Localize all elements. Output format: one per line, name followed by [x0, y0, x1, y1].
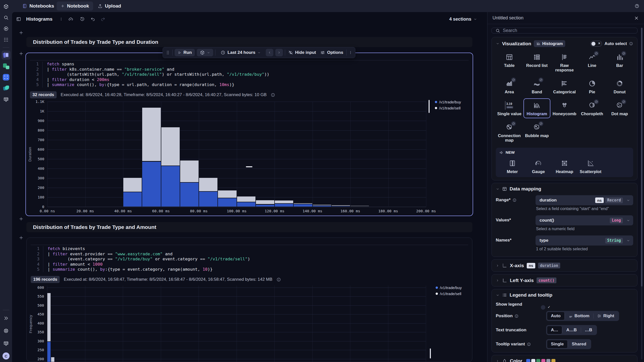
undo-icon[interactable]: [90, 17, 95, 22]
viz-tile-donut[interactable]: Donut: [606, 76, 633, 96]
notebooks-home[interactable]: Notebooks: [22, 3, 54, 9]
run-button[interactable]: Run: [175, 49, 195, 56]
timeframe-forward-button[interactable]: [275, 49, 283, 56]
info-icon[interactable]: [512, 198, 517, 202]
tab-notebook[interactable]: Notebook: [57, 2, 93, 11]
viz-tile-choropleth[interactable]: Choropleth: [579, 98, 606, 118]
drag-handle-icon[interactable]: [165, 50, 170, 55]
dql-code[interactable]: fetch bizevents| filter event.provider =…: [43, 246, 250, 272]
panel-toggle-icon[interactable]: [16, 17, 21, 22]
segment-option-single[interactable]: Single: [547, 340, 568, 348]
viz-tile-connection-map[interactable]: Connection map: [496, 120, 523, 145]
color-card[interactable]: Color: [491, 355, 637, 362]
histogram-bar-segment[interactable]: [123, 192, 142, 207]
viz-tile-scatterplot[interactable]: Scatterplot: [578, 156, 604, 176]
histogram-bar-segment[interactable]: [331, 206, 350, 207]
timeframe-back-button[interactable]: [266, 49, 273, 56]
history-icon[interactable]: [80, 17, 85, 22]
apps-grid-icon[interactable]: [2, 35, 11, 44]
histogram-bar-segment[interactable]: [256, 200, 275, 204]
toolbar-menu-icon[interactable]: [349, 51, 353, 55]
search-input[interactable]: Search: [491, 28, 637, 33]
viz-tile-line[interactable]: Line: [579, 50, 606, 74]
dql-editor[interactable]: 12345 fetch bizevents| filter event.prov…: [31, 245, 468, 272]
query-section-amount[interactable]: 12345 fetch bizevents| filter event.prov…: [26, 237, 472, 362]
x-axis-card[interactable]: X-axis ns duration: [491, 259, 637, 272]
dql-code[interactable]: fetch spans| filter k8s.container.name =…: [43, 62, 269, 88]
histogram-bar-segment[interactable]: [142, 162, 161, 207]
expand-rail-icon[interactable]: [2, 314, 11, 323]
launcher-icon[interactable]: [2, 24, 11, 33]
info-icon[interactable]: [276, 277, 281, 282]
histogram-bar-segment[interactable]: [350, 206, 369, 206]
viz-tile-area[interactable]: Area: [496, 76, 523, 96]
viz-tile-histogram[interactable]: Histogram: [523, 98, 551, 118]
histogram-bar-segment[interactable]: [388, 207, 407, 207]
segment-option-auto[interactable]: Auto: [547, 312, 565, 320]
segment-option-right[interactable]: Right: [593, 312, 618, 320]
histogram-chart-amount[interactable]: 600550500450400350300250200Frequency/v1/…: [27, 285, 472, 362]
workflows-app[interactable]: [2, 73, 11, 82]
chevron-down-icon[interactable]: [496, 187, 500, 191]
sections-dropdown[interactable]: 4 sections: [449, 17, 477, 22]
hide-input-button[interactable]: Hide input: [287, 50, 317, 55]
chevron-down-icon[interactable]: [496, 42, 500, 46]
viz-tile-heatmap[interactable]: Heatmap: [551, 156, 578, 176]
dql-editor[interactable]: 12345 fetch spans| filter k8s.container.…: [30, 60, 469, 88]
code-line[interactable]: | summarize count(), by:{type = event.ca…: [48, 267, 250, 272]
histogram-bar-segment[interactable]: [237, 202, 256, 207]
viz-tile-dot-map[interactable]: Dot map: [606, 98, 633, 118]
records-badge[interactable]: 196 records: [31, 276, 60, 283]
viz-tile-categorical[interactable]: Categorical: [551, 76, 578, 96]
hosts-app-icon[interactable]: [2, 95, 11, 104]
add-section-button[interactable]: [19, 216, 24, 221]
code-line[interactable]: | filter amount < 1000: [48, 262, 250, 267]
y-axis-card[interactable]: Left Y-axis count(): [491, 274, 637, 287]
histogram-bar-segment[interactable]: [51, 357, 55, 362]
histogram-bar-segment[interactable]: [256, 205, 275, 207]
auto-select-toggle[interactable]: ×: [590, 41, 602, 47]
histogram-bar-segment[interactable]: [293, 204, 312, 207]
viz-tile-meter[interactable]: Meter: [499, 156, 525, 176]
code-line[interactable]: | summarize count(), by:{type = url.path…: [47, 82, 269, 88]
panel-scrollbar[interactable]: [641, 28, 642, 359]
segment-option-a[interactable]: A…: [547, 326, 562, 334]
histogram-bar-segment[interactable]: [369, 206, 388, 207]
scope-selector[interactable]: [197, 49, 213, 56]
legend-item[interactable]: /v1/trade/sell: [436, 292, 462, 296]
query-section-duration[interactable]: 12345 fetch spans| filter k8s.container.…: [25, 53, 473, 216]
notebook-menu-icon[interactable]: [59, 17, 63, 21]
viz-tile-table[interactable]: Table: [496, 50, 523, 74]
viz-tile-pie[interactable]: Pie: [579, 76, 606, 96]
histogram-bar-segment[interactable]: [142, 107, 161, 162]
segment-option-ab[interactable]: A…B: [562, 326, 581, 334]
code-line[interactable]: (startsWith(url.path, "/v1/trade/sell") …: [47, 72, 269, 77]
timeframe-selector[interactable]: Last 24 hours: [217, 49, 264, 56]
histogram-bar-segment[interactable]: [180, 182, 199, 207]
notebook-title[interactable]: Histograms: [26, 16, 53, 22]
histogram-bar-segment[interactable]: [275, 200, 293, 204]
options-button[interactable]: Options: [319, 50, 344, 55]
records-badge[interactable]: 32 records: [30, 91, 57, 98]
viz-tile-bubble-map[interactable]: Bubble map: [523, 120, 551, 145]
usage-insights-icon[interactable]: [2, 339, 11, 348]
histogram-bar-segment[interactable]: [199, 178, 218, 191]
help-icon[interactable]: [634, 4, 639, 9]
histogram-bar-segment[interactable]: [407, 206, 426, 207]
kubernetes-app[interactable]: [2, 84, 11, 93]
viz-tile-band[interactable]: Band: [523, 76, 551, 96]
field-select[interactable]: durationnsRecord: [536, 195, 633, 205]
info-icon[interactable]: [527, 342, 531, 346]
add-section-button[interactable]: [19, 235, 24, 240]
add-section-button[interactable]: [19, 30, 24, 35]
viz-tile-record-list[interactable]: Record list: [523, 50, 551, 74]
segment-option-shared[interactable]: Shared: [568, 340, 590, 348]
field-select[interactable]: typeString: [536, 235, 633, 246]
viz-tile-honeycomb[interactable]: Honeycomb: [551, 98, 578, 118]
viz-tile-raw-response[interactable]: Raw response: [551, 50, 578, 74]
segment-option-bottom[interactable]: Bottom: [565, 312, 593, 320]
histogram-bar-segment[interactable]: [161, 127, 180, 166]
histogram-bar-segment[interactable]: [218, 198, 237, 207]
histogram-chart-duration[interactable]: 01002003004005006007008009001K1.1K0.00 n…: [26, 100, 473, 216]
info-icon[interactable]: [271, 93, 275, 97]
